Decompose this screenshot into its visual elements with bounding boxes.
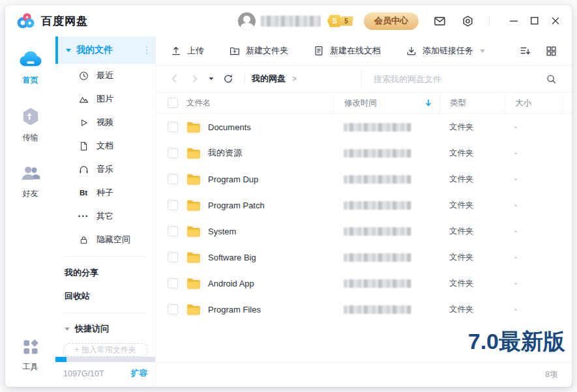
documents-label: 文档 xyxy=(96,140,113,152)
breadcrumb[interactable]: 我的网盘 xyxy=(252,73,286,85)
search-box[interactable] xyxy=(361,70,563,87)
sidebar-item-documents[interactable]: 文档 xyxy=(55,134,155,158)
forward-button[interactable] xyxy=(188,73,200,85)
sidebar-item-my-shares[interactable]: 我的分享 xyxy=(55,261,155,285)
folder-icon xyxy=(186,173,201,186)
file-name[interactable]: Program Patch xyxy=(208,201,265,210)
rail-item-friends[interactable]: 好友 xyxy=(20,163,42,199)
folder-icon xyxy=(186,225,201,238)
row-checkbox[interactable] xyxy=(168,304,178,315)
sidebar-item-quick-access[interactable]: 快捷访问 xyxy=(55,317,155,341)
rail-item-home[interactable]: 首页 xyxy=(18,48,43,86)
table-row[interactable]: 我的资源 文件夹 - xyxy=(156,140,572,166)
clock-icon xyxy=(78,70,89,81)
pictures-label: 图片 xyxy=(96,93,113,105)
expand-storage-link[interactable]: 扩容 xyxy=(131,368,147,379)
table-row[interactable]: Documents 文件夹 - xyxy=(156,114,572,140)
file-name[interactable]: Program Dup xyxy=(208,175,258,184)
item-count: 8项 xyxy=(545,369,557,380)
table-row[interactable]: System 文件夹 - xyxy=(156,218,572,244)
file-name[interactable]: System xyxy=(208,227,236,236)
sort-desc-arrow-icon[interactable] xyxy=(424,98,433,107)
drag-folder-dropzone[interactable]: + 拖入常用文件夹 xyxy=(63,343,147,357)
header-size[interactable]: 大小 xyxy=(515,98,531,109)
sidebar-item-recycle-bin[interactable]: 回收站 xyxy=(55,285,155,308)
upload-icon xyxy=(170,45,182,57)
header-file-name[interactable]: 文件名 xyxy=(186,98,211,109)
history-caret-icon[interactable] xyxy=(208,76,215,82)
row-checkbox[interactable] xyxy=(168,226,178,236)
vip-level-badge[interactable]: S 5 xyxy=(327,15,353,27)
row-checkbox[interactable] xyxy=(168,200,178,210)
main-content: 上传 新建文件夹 新建在线文档 xyxy=(156,36,572,387)
rail-item-transfer[interactable]: 传输 xyxy=(20,105,41,143)
sidebar-item-hidden-space[interactable]: 隐藏空间 xyxy=(55,228,155,251)
rail-item-tools[interactable]: 工具 xyxy=(21,337,40,372)
grid-view-icon[interactable] xyxy=(545,45,557,57)
table-row[interactable]: Program Dup 文件夹 - xyxy=(156,166,572,192)
play-icon xyxy=(78,117,89,128)
file-name[interactable]: Software Big xyxy=(208,253,256,262)
file-size: - xyxy=(514,175,517,184)
file-name[interactable]: Android App xyxy=(208,279,254,288)
search-input[interactable] xyxy=(372,74,541,85)
table-row[interactable]: Program Patch 文件夹 - xyxy=(156,192,572,218)
close-button[interactable] xyxy=(550,15,561,27)
row-checkbox[interactable] xyxy=(168,122,178,132)
headphones-icon xyxy=(78,164,89,175)
friends-icon xyxy=(20,163,42,184)
table-row[interactable]: Program Files 文件夹 - xyxy=(156,296,572,322)
row-checkbox[interactable] xyxy=(168,148,178,158)
table-row[interactable]: Software Big 文件夹 - xyxy=(156,244,572,270)
file-name[interactable]: 我的资源 xyxy=(208,147,242,159)
sidebar-item-other[interactable]: ··· 其它 xyxy=(55,204,155,228)
member-center-button[interactable]: 会员中心 xyxy=(364,12,419,30)
table-row[interactable]: Android App 文件夹 - xyxy=(156,270,572,296)
sidebar-item-videos[interactable]: 视频 xyxy=(55,111,155,134)
refresh-icon[interactable] xyxy=(222,73,234,85)
file-type: 文件夹 xyxy=(449,304,474,315)
sidebar-item-music[interactable]: 音乐 xyxy=(55,158,155,181)
minimize-button[interactable] xyxy=(508,15,520,27)
sidebar-item-recent[interactable]: 最近 xyxy=(55,64,155,87)
sidebar-item-pictures[interactable]: 图片 xyxy=(55,87,155,111)
sidebar-divider xyxy=(63,256,147,257)
username-redacted[interactable] xyxy=(261,16,321,27)
maximize-button[interactable] xyxy=(529,15,540,27)
file-name[interactable]: Documents xyxy=(208,122,251,132)
row-checkbox[interactable] xyxy=(168,174,178,184)
document-icon xyxy=(78,141,89,152)
sidebar-divider xyxy=(63,313,147,313)
storage-progress-fill xyxy=(55,357,67,362)
settings-gear-icon[interactable] xyxy=(461,14,475,28)
row-checkbox[interactable] xyxy=(168,252,178,262)
back-button[interactable] xyxy=(169,73,181,85)
sidebar-item-my-files[interactable]: 我的文件 xyxy=(55,36,155,64)
sidebar-item-torrents[interactable]: Bt 种子 xyxy=(55,181,155,204)
music-label: 音乐 xyxy=(96,163,113,175)
file-name[interactable]: Program Files xyxy=(208,305,261,315)
select-all-checkbox[interactable] xyxy=(168,98,178,108)
rail-label-transfer: 传输 xyxy=(23,132,38,143)
storage-usage-text: 1097G/10T xyxy=(63,369,104,378)
modified-time-redacted xyxy=(344,227,411,236)
folder-icon xyxy=(186,147,201,160)
modified-time-redacted xyxy=(344,123,411,132)
storage-section: 1097G/10T 扩容 xyxy=(55,357,155,387)
sort-list-icon[interactable] xyxy=(519,44,532,57)
row-checkbox[interactable] xyxy=(168,278,178,288)
new-folder-button[interactable]: 新建文件夹 xyxy=(229,45,288,57)
header-type[interactable]: 类型 xyxy=(450,98,466,109)
titlebar-divider xyxy=(489,15,490,27)
search-icon[interactable] xyxy=(541,73,563,85)
modified-time-redacted xyxy=(344,201,411,210)
new-online-doc-button[interactable]: 新建在线文档 xyxy=(313,45,381,57)
storage-progress-bar xyxy=(55,357,155,362)
header-modified-time[interactable]: 修改时间 xyxy=(344,98,377,109)
user-avatar[interactable] xyxy=(238,12,256,30)
file-type: 文件夹 xyxy=(449,278,474,289)
more-options-icon[interactable] xyxy=(145,45,149,56)
add-link-task-button[interactable]: 添加链接任务 xyxy=(406,45,485,57)
mail-icon[interactable] xyxy=(433,14,447,28)
upload-button[interactable]: 上传 xyxy=(170,45,204,57)
